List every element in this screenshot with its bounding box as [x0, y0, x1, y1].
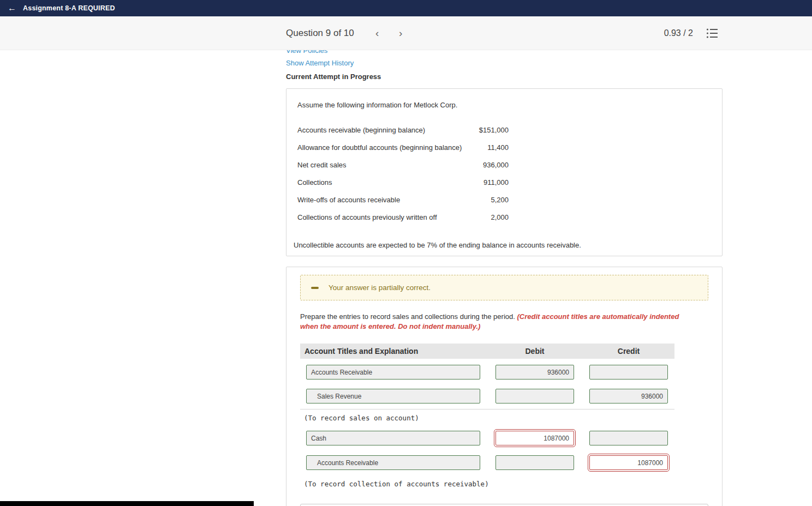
partially-correct-icon [311, 287, 319, 289]
fact-label: Net credit sales [297, 161, 347, 169]
fact-value: 5,200 [491, 196, 509, 204]
debit-amount-input[interactable] [495, 389, 574, 403]
feedback-banner: Your answer is partially correct. [300, 275, 708, 300]
entry-note-sales: (To record sales on account) [300, 414, 674, 423]
show-attempt-history-link[interactable]: Show Attempt History [286, 59, 354, 68]
entry-divider [300, 409, 674, 409]
credit-amount-input[interactable] [589, 389, 668, 403]
question-counter: Question 9 of 10 [286, 16, 354, 50]
instructions-normal: Prepare the entries to record sales and … [300, 312, 517, 321]
assignment-title: Assignment 8-A REQUIRED [23, 4, 115, 12]
entry-note-collections: (To record collection of accounts receiv… [300, 480, 674, 489]
question-score: 0.93 / 2 [664, 16, 693, 50]
problem-intro: Assume the following information for Met… [297, 101, 711, 109]
fact-row: Collections 911,000 [297, 173, 509, 191]
feedback-text: Your answer is partially correct. [329, 284, 431, 292]
top-bar: ← Assignment 8-A REQUIRED [0, 0, 812, 16]
fact-value: 2,000 [491, 213, 509, 221]
answer-card: Your answer is partially correct. Prepar… [286, 267, 723, 506]
fact-label: Collections of accounts previously writt… [297, 213, 437, 221]
fact-row: Accounts receivable (beginning balance) … [297, 121, 509, 138]
header-account-titles: Account Titles and Explanation [304, 344, 418, 359]
fact-row: Collections of accounts previously writt… [297, 208, 509, 226]
credit-amount-input[interactable] [589, 431, 668, 445]
previous-question-button[interactable]: ‹ [371, 16, 383, 50]
credit-amount-input[interactable] [589, 365, 668, 380]
journal-row [300, 365, 674, 380]
problem-card: Assume the following information for Met… [286, 88, 723, 256]
fact-row: Write-offs of accounts receivable 5,200 [297, 191, 509, 208]
journal-row [300, 389, 674, 404]
page-content: View Policies Show Attempt History Curre… [0, 50, 812, 506]
fact-row: Net credit sales 936,000 [297, 156, 509, 173]
next-question-button[interactable]: › [395, 16, 407, 50]
fact-label: Accounts receivable (beginning balance) [297, 126, 425, 134]
debit-amount-input[interactable] [495, 455, 574, 470]
fact-value: 936,000 [483, 161, 509, 169]
fact-row: Allowance for doubtful accounts (beginni… [297, 138, 509, 156]
next-section-box [300, 504, 708, 506]
fact-label: Write-offs of accounts receivable [297, 196, 400, 204]
debit-amount-input[interactable] [495, 365, 574, 380]
problem-note: Uncollectible accounts are expected to b… [294, 241, 711, 249]
fact-value: 911,000 [483, 178, 509, 186]
debit-amount-input[interactable] [495, 431, 574, 445]
account-title-input[interactable] [306, 455, 480, 470]
view-policies-link[interactable]: View Policies [286, 50, 327, 55]
facts-table: Accounts receivable (beginning balance) … [297, 121, 509, 226]
account-title-input[interactable] [306, 431, 480, 445]
journal-header-row: Account Titles and Explanation Debit Cre… [300, 344, 674, 359]
journal-row [300, 455, 674, 471]
account-title-input[interactable] [306, 389, 480, 403]
back-arrow-icon[interactable]: ← [8, 4, 16, 13]
fact-label: Collections [297, 178, 332, 186]
account-title-input[interactable] [306, 365, 480, 380]
journal-entry-table: Account Titles and Explanation Debit Cre… [300, 344, 674, 489]
assignment-page: ← Assignment 8-A REQUIRED Question 9 of … [0, 0, 812, 506]
credit-amount-input[interactable] [589, 455, 668, 470]
current-attempt-label: Current Attempt in Progress [286, 73, 723, 82]
instructions: Prepare the entries to record sales and … [300, 312, 694, 332]
header-debit: Debit [495, 344, 574, 359]
question-list-icon[interactable] [706, 28, 718, 39]
fact-value: 11,400 [487, 143, 509, 152]
bottom-strip [0, 501, 254, 506]
fact-label: Allowance for doubtful accounts (beginni… [297, 143, 462, 152]
question-header: Question 9 of 10 ‹ › 0.93 / 2 [0, 16, 812, 50]
journal-row [300, 431, 674, 446]
header-credit: Credit [589, 344, 668, 359]
fact-value: $151,000 [479, 126, 509, 134]
